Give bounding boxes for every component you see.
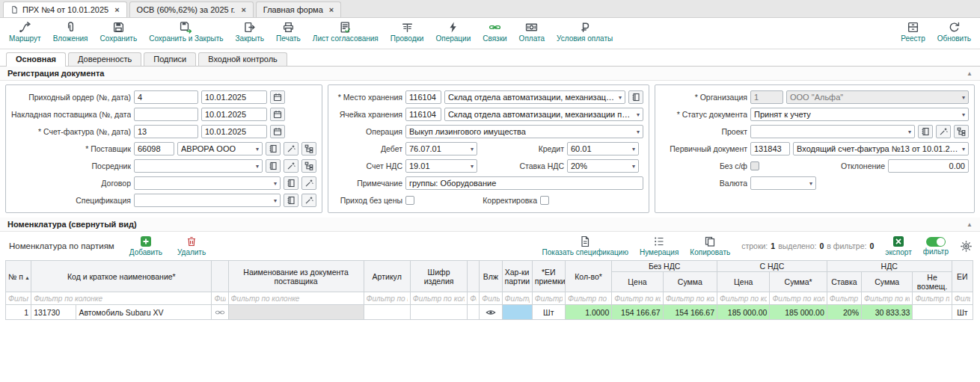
col-header-code-name[interactable]: Код и краткое наименование*	[31, 261, 212, 292]
specification-dictionary-button[interactable]	[284, 194, 298, 207]
filter-input-flag[interactable]	[468, 293, 479, 304]
table-settings-button[interactable]	[960, 240, 973, 253]
filter-input-price-with-vat[interactable]	[717, 293, 769, 304]
supplier-invoice-calendar-button[interactable]	[270, 108, 285, 121]
primary-document-code-input[interactable]	[750, 142, 790, 155]
project-dictionary-button[interactable]	[918, 125, 933, 138]
filter-input-code-name[interactable]	[31, 293, 211, 304]
contract-dictionary-button[interactable]	[284, 176, 298, 190]
project-hierarchy-button[interactable]	[954, 125, 969, 138]
col-header-flag[interactable]	[468, 261, 480, 292]
filter-input-vat-rate[interactable]	[827, 293, 861, 304]
operations-button[interactable]: Операции	[435, 21, 471, 43]
filter-input-sum-without-vat[interactable]	[664, 293, 717, 304]
filter-input-article[interactable]	[364, 293, 410, 304]
storage-cell-combo[interactable]: Склад отдела автоматизации, механизации …	[444, 108, 643, 121]
doc-tab-main-form[interactable]: Главная форма ×	[256, 1, 341, 17]
operation-combo[interactable]: Выкуп лизингового имущества▾	[405, 125, 643, 138]
doc-tab-prh[interactable]: ПРХ №4 от 10.01.2025 ×	[3, 1, 127, 17]
filter-input-cipher[interactable]	[411, 293, 467, 304]
specification-combo[interactable]: ▾	[134, 194, 281, 207]
supplier-code-input[interactable]	[134, 142, 174, 155]
receipt-order-date-input[interactable]	[201, 90, 267, 104]
col-header-sum-with-vat[interactable]: Сумма*	[770, 272, 827, 292]
table-row[interactable]: 1 131730 Автомобиль Subaru XV Шт 1.0000 …	[6, 305, 973, 320]
col-header-batch[interactable]: Хар-ки партии	[502, 261, 532, 292]
doc-tab-osv[interactable]: ОСВ (60%,62%) за 2025 г. ×	[129, 1, 254, 17]
filter-input-num[interactable]	[6, 293, 31, 304]
filter-input-supplier-name[interactable]	[229, 293, 364, 304]
cell-attachments[interactable]	[480, 305, 502, 320]
credit-combo[interactable]: 60.01▾	[567, 142, 639, 155]
cell-link[interactable]	[212, 305, 228, 320]
tab-close-icon[interactable]: ×	[241, 5, 245, 14]
tab-signatures[interactable]: Подписи	[144, 52, 196, 66]
specification-wizard-button[interactable]	[301, 194, 316, 207]
save-button[interactable]: Сохранить	[99, 21, 137, 43]
cell-batch-characteristics[interactable]	[502, 305, 532, 320]
col-header-cipher[interactable]: Шифр изделия	[410, 261, 467, 292]
col-header-qty[interactable]: Кол-во*	[565, 261, 611, 292]
correction-checkbox[interactable]	[540, 196, 549, 205]
intermediary-dictionary-button[interactable]	[266, 159, 281, 173]
col-header-supplier-name[interactable]: Наименование из документа поставщика	[228, 261, 364, 292]
primary-document-combo[interactable]: Входящий счет-фактура №13 от 10.01.2025▾	[793, 142, 969, 155]
col-header-link[interactable]	[212, 261, 228, 292]
postings-button[interactable]: Проводки	[391, 21, 424, 43]
tab-input-control[interactable]: Входной контроль	[198, 52, 287, 66]
col-header-price-without-vat[interactable]: Цена	[612, 272, 663, 292]
delete-row-button[interactable]: Удалить	[177, 235, 206, 256]
save-and-close-button[interactable]: Сохранить и Закрыть	[149, 21, 223, 43]
add-row-button[interactable]: Добавить	[129, 235, 162, 256]
supplier-combo[interactable]: АВРОРА ООО▾	[177, 142, 263, 155]
col-header-ei-accept[interactable]: *ЕИ приемки	[532, 261, 565, 292]
tab-main[interactable]: Основная	[6, 52, 66, 67]
links-button[interactable]: Связки	[483, 21, 506, 43]
storage-code-input[interactable]	[405, 90, 441, 104]
route-button[interactable]: Маршрут	[9, 21, 41, 43]
vat-rate-combo[interactable]: 20%▾	[567, 159, 639, 173]
filter-input-batch[interactable]	[503, 293, 532, 304]
filter-input-ei-accept[interactable]	[533, 293, 565, 304]
contract-wizard-button[interactable]	[301, 176, 316, 190]
document-status-combo[interactable]: Принят к учету▾	[750, 108, 969, 121]
invoice-calendar-button[interactable]	[270, 125, 285, 138]
filter-input-sum-with-vat[interactable]	[770, 293, 826, 304]
intermediary-wizard-button[interactable]	[284, 159, 298, 173]
numbering-button[interactable]: Нумерация	[640, 235, 679, 256]
intermediary-combo[interactable]: ▾	[134, 159, 263, 173]
payment-terms-button[interactable]: Условия оплаты	[557, 21, 613, 43]
supplier-invoice-date-input[interactable]	[201, 108, 267, 121]
filter-input-attachments[interactable]	[480, 293, 501, 304]
supplier-dictionary-button[interactable]	[266, 142, 281, 155]
col-header-price-with-vat[interactable]: Цена	[717, 272, 770, 292]
filter-input-vat-sum[interactable]	[862, 293, 912, 304]
intermediary-hierarchy-button[interactable]	[301, 159, 316, 173]
project-wizard-button[interactable]	[936, 125, 951, 138]
close-button[interactable]: Закрыть	[236, 21, 265, 43]
col-header-num[interactable]: № п▲	[6, 261, 31, 292]
filter-input-qty[interactable]	[566, 293, 611, 304]
filter-input-ei[interactable]	[952, 293, 973, 304]
filter-toggle-button[interactable]: фильтр	[923, 237, 949, 256]
organization-combo[interactable]: ООО "Альфа"▾	[786, 90, 969, 104]
filter-input-price-without-vat[interactable]	[612, 293, 662, 304]
organization-code-input[interactable]	[750, 90, 783, 104]
invoice-date-input[interactable]	[201, 125, 267, 138]
show-specification-button[interactable]: Показать спецификацию	[542, 235, 628, 256]
collapse-section-icon[interactable]: ▲	[967, 70, 973, 77]
receipt-order-number-input[interactable]	[134, 90, 198, 104]
filter-input-non-reimbursable[interactable]	[913, 293, 951, 304]
collapse-section-icon[interactable]: ▲	[967, 221, 973, 228]
note-input[interactable]	[405, 176, 643, 190]
tab-power-of-attorney[interactable]: Доверенность	[68, 52, 141, 66]
debit-combo[interactable]: 76.07.01▾	[405, 142, 477, 155]
attachments-button[interactable]: Вложения	[53, 21, 88, 43]
print-button[interactable]: Печать	[276, 21, 301, 43]
refresh-button[interactable]: Обновить	[937, 21, 971, 43]
export-excel-button[interactable]: экспорт	[885, 235, 912, 256]
copy-button[interactable]: Копировать	[690, 235, 730, 256]
invoice-number-input[interactable]	[134, 125, 198, 138]
col-header-ei[interactable]: ЕИ	[952, 261, 973, 292]
tab-close-icon[interactable]: ×	[114, 5, 119, 14]
